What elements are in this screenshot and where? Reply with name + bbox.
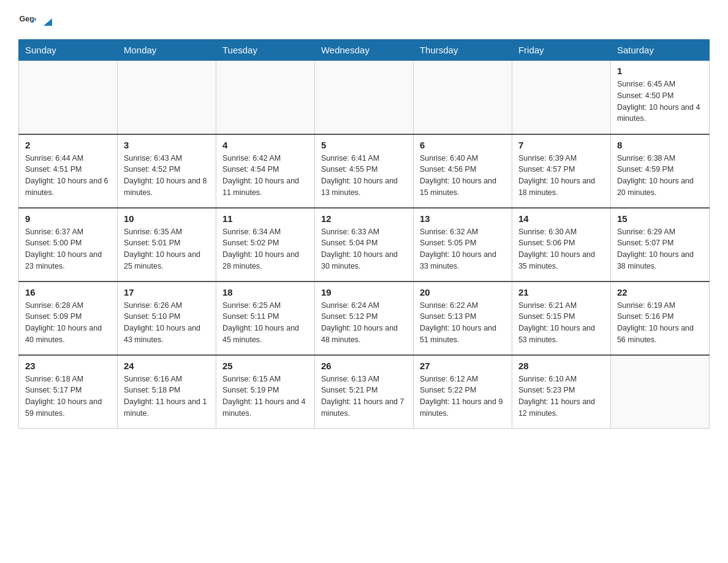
weekday-header-thursday: Thursday [413,40,512,61]
calendar-week-row: 16Sunrise: 6:28 AMSunset: 5:09 PMDayligh… [19,282,710,355]
day-info: Sunrise: 6:19 AMSunset: 5:16 PMDaylight:… [617,300,703,346]
weekday-header-wednesday: Wednesday [314,40,413,61]
calendar-cell: 23Sunrise: 6:18 AMSunset: 5:17 PMDayligh… [19,355,118,429]
day-number: 11 [222,213,308,224]
calendar-week-row: 2Sunrise: 6:44 AMSunset: 4:51 PMDaylight… [19,134,710,208]
calendar-cell: 9Sunrise: 6:37 AMSunset: 5:00 PMDaylight… [19,208,118,282]
day-info: Sunrise: 6:30 AMSunset: 5:06 PMDaylight:… [518,226,604,272]
weekday-header-saturday: Saturday [610,40,709,61]
calendar-cell [413,61,512,134]
day-number: 8 [617,140,703,150]
calendar-cell: 3Sunrise: 6:43 AMSunset: 4:52 PMDaylight… [117,134,216,208]
calendar-cell: 20Sunrise: 6:22 AMSunset: 5:13 PMDayligh… [413,282,512,355]
logo-arrow-icon [41,15,55,28]
calendar-cell: 7Sunrise: 6:39 AMSunset: 4:57 PMDaylight… [512,134,610,208]
calendar-cell: 28Sunrise: 6:10 AMSunset: 5:23 PMDayligh… [512,355,610,429]
calendar-cell: 1Sunrise: 6:45 AMSunset: 4:50 PMDaylight… [610,61,709,134]
calendar-cell: 15Sunrise: 6:29 AMSunset: 5:07 PMDayligh… [610,208,709,282]
day-number: 5 [321,140,407,150]
day-info: Sunrise: 6:10 AMSunset: 5:23 PMDaylight:… [518,373,604,419]
calendar-cell: 27Sunrise: 6:12 AMSunset: 5:22 PMDayligh… [413,355,512,429]
day-number: 28 [518,361,604,371]
day-number: 21 [518,287,604,297]
day-number: 14 [518,213,604,224]
weekday-header-row: SundayMondayTuesdayWednesdayThursdayFrid… [19,40,710,61]
calendar-table: SundayMondayTuesdayWednesdayThursdayFrid… [18,39,710,429]
day-number: 16 [25,287,111,297]
day-info: Sunrise: 6:35 AMSunset: 5:01 PMDaylight:… [124,226,210,272]
day-info: Sunrise: 6:37 AMSunset: 5:00 PMDaylight:… [25,226,111,272]
calendar-week-row: 1Sunrise: 6:45 AMSunset: 4:50 PMDaylight… [19,61,710,134]
day-number: 17 [124,287,210,297]
day-number: 23 [25,361,111,371]
day-number: 10 [124,213,210,224]
day-info: Sunrise: 6:33 AMSunset: 5:04 PMDaylight:… [321,226,407,272]
day-info: Sunrise: 6:18 AMSunset: 5:17 PMDaylight:… [25,373,111,419]
day-number: 1 [617,66,703,76]
calendar-cell: 25Sunrise: 6:15 AMSunset: 5:19 PMDayligh… [216,355,314,429]
day-info: Sunrise: 6:38 AMSunset: 4:59 PMDaylight:… [617,153,703,199]
logo: General [18,12,55,29]
day-number: 19 [321,287,407,297]
day-info: Sunrise: 6:43 AMSunset: 4:52 PMDaylight:… [124,153,210,199]
calendar-cell [512,61,610,134]
day-info: Sunrise: 6:15 AMSunset: 5:19 PMDaylight:… [222,373,308,419]
weekday-header-monday: Monday [117,40,216,61]
calendar-week-row: 23Sunrise: 6:18 AMSunset: 5:17 PMDayligh… [19,355,710,429]
logo-icon: General [18,12,36,29]
day-info: Sunrise: 6:22 AMSunset: 5:13 PMDaylight:… [420,300,506,346]
day-info: Sunrise: 6:24 AMSunset: 5:12 PMDaylight:… [321,300,407,346]
day-number: 12 [321,213,407,224]
day-info: Sunrise: 6:34 AMSunset: 5:02 PMDaylight:… [222,226,308,272]
calendar-cell: 13Sunrise: 6:32 AMSunset: 5:05 PMDayligh… [413,208,512,282]
calendar-cell: 26Sunrise: 6:13 AMSunset: 5:21 PMDayligh… [314,355,413,429]
day-info: Sunrise: 6:40 AMSunset: 4:56 PMDaylight:… [420,153,506,199]
day-number: 22 [617,287,703,297]
day-info: Sunrise: 6:42 AMSunset: 4:54 PMDaylight:… [222,153,308,199]
weekday-header-tuesday: Tuesday [216,40,314,61]
calendar-cell: 18Sunrise: 6:25 AMSunset: 5:11 PMDayligh… [216,282,314,355]
calendar-cell: 6Sunrise: 6:40 AMSunset: 4:56 PMDaylight… [413,134,512,208]
day-info: Sunrise: 6:32 AMSunset: 5:05 PMDaylight:… [420,226,506,272]
day-info: Sunrise: 6:39 AMSunset: 4:57 PMDaylight:… [518,153,604,199]
day-number: 13 [420,213,506,224]
day-info: Sunrise: 6:13 AMSunset: 5:21 PMDaylight:… [321,373,407,419]
calendar-cell: 21Sunrise: 6:21 AMSunset: 5:15 PMDayligh… [512,282,610,355]
day-number: 6 [420,140,506,150]
svg-marker-2 [44,18,52,26]
calendar-week-row: 9Sunrise: 6:37 AMSunset: 5:00 PMDaylight… [19,208,710,282]
day-number: 2 [25,140,111,150]
day-number: 18 [222,287,308,297]
day-info: Sunrise: 6:28 AMSunset: 5:09 PMDaylight:… [25,300,111,346]
day-number: 15 [617,213,703,224]
day-info: Sunrise: 6:12 AMSunset: 5:22 PMDaylight:… [420,373,506,419]
day-number: 27 [420,361,506,371]
day-number: 24 [124,361,210,371]
day-number: 25 [222,361,308,371]
day-info: Sunrise: 6:41 AMSunset: 4:55 PMDaylight:… [321,153,407,199]
page-header: General [18,12,710,29]
day-number: 9 [25,213,111,224]
calendar-cell: 2Sunrise: 6:44 AMSunset: 4:51 PMDaylight… [19,134,118,208]
calendar-cell: 8Sunrise: 6:38 AMSunset: 4:59 PMDaylight… [610,134,709,208]
day-number: 7 [518,140,604,150]
calendar-cell [117,61,216,134]
calendar-cell: 24Sunrise: 6:16 AMSunset: 5:18 PMDayligh… [117,355,216,429]
day-number: 3 [124,140,210,150]
calendar-cell: 12Sunrise: 6:33 AMSunset: 5:04 PMDayligh… [314,208,413,282]
day-info: Sunrise: 6:45 AMSunset: 4:50 PMDaylight:… [617,79,703,124]
day-info: Sunrise: 6:16 AMSunset: 5:18 PMDaylight:… [124,373,210,419]
calendar-cell: 10Sunrise: 6:35 AMSunset: 5:01 PMDayligh… [117,208,216,282]
calendar-cell [216,61,314,134]
calendar-cell [610,355,709,429]
day-info: Sunrise: 6:26 AMSunset: 5:10 PMDaylight:… [124,300,210,346]
weekday-header-sunday: Sunday [19,40,118,61]
day-number: 26 [321,361,407,371]
calendar-cell: 14Sunrise: 6:30 AMSunset: 5:06 PMDayligh… [512,208,610,282]
calendar-cell [314,61,413,134]
calendar-cell: 5Sunrise: 6:41 AMSunset: 4:55 PMDaylight… [314,134,413,208]
weekday-header-friday: Friday [512,40,610,61]
day-info: Sunrise: 6:21 AMSunset: 5:15 PMDaylight:… [518,300,604,346]
calendar-cell: 4Sunrise: 6:42 AMSunset: 4:54 PMDaylight… [216,134,314,208]
day-number: 4 [222,140,308,150]
